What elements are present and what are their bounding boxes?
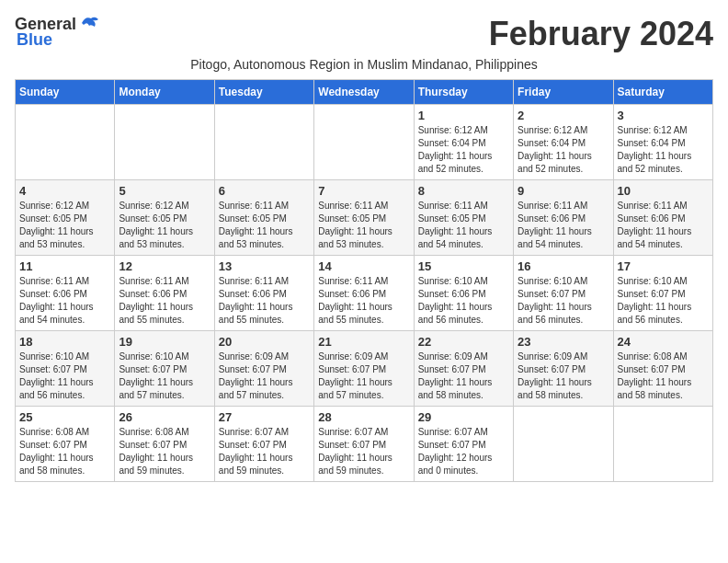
day-number: 8 [418, 184, 509, 198]
day-header-tuesday: Tuesday [214, 80, 313, 105]
calendar-cell: 3Sunrise: 6:12 AM Sunset: 6:04 PM Daylig… [613, 105, 712, 180]
week-row-2: 4Sunrise: 6:12 AM Sunset: 6:05 PM Daylig… [16, 180, 713, 256]
cell-sun-info: Sunrise: 6:09 AM Sunset: 6:07 PM Dayligh… [518, 350, 609, 402]
calendar-cell: 1Sunrise: 6:12 AM Sunset: 6:04 PM Daylig… [414, 105, 513, 180]
day-header-sunday: Sunday [16, 80, 115, 105]
cell-sun-info: Sunrise: 6:11 AM Sunset: 6:06 PM Dayligh… [518, 200, 609, 251]
day-number: 20 [219, 335, 310, 349]
day-header-friday: Friday [514, 80, 613, 105]
week-row-5: 25Sunrise: 6:08 AM Sunset: 6:07 PM Dayli… [16, 407, 713, 482]
day-header-wednesday: Wednesday [314, 80, 414, 105]
day-number: 1 [418, 109, 509, 122]
cell-sun-info: Sunrise: 6:11 AM Sunset: 6:06 PM Dayligh… [19, 275, 110, 327]
day-number: 4 [19, 184, 110, 198]
calendar-cell: 14Sunrise: 6:11 AM Sunset: 6:06 PM Dayli… [314, 256, 414, 331]
logo: General Blue [15, 15, 100, 50]
cell-sun-info: Sunrise: 6:09 AM Sunset: 6:07 PM Dayligh… [219, 350, 310, 402]
day-number: 17 [618, 259, 709, 273]
calendar-cell: 27Sunrise: 6:07 AM Sunset: 6:07 PM Dayli… [214, 407, 313, 482]
calendar-cell: 22Sunrise: 6:09 AM Sunset: 6:07 PM Dayli… [414, 331, 513, 407]
day-number: 15 [418, 259, 509, 273]
cell-sun-info: Sunrise: 6:11 AM Sunset: 6:06 PM Dayligh… [219, 275, 310, 327]
day-number: 9 [518, 184, 609, 198]
cell-sun-info: Sunrise: 6:11 AM Sunset: 6:06 PM Dayligh… [318, 275, 409, 327]
calendar-table: SundayMondayTuesdayWednesdayThursdayFrid… [15, 79, 713, 482]
cell-sun-info: Sunrise: 6:12 AM Sunset: 6:04 PM Dayligh… [618, 124, 709, 176]
cell-sun-info: Sunrise: 6:07 AM Sunset: 6:07 PM Dayligh… [418, 426, 509, 477]
day-number: 16 [518, 259, 609, 273]
cell-sun-info: Sunrise: 6:10 AM Sunset: 6:06 PM Dayligh… [418, 275, 509, 327]
calendar-cell: 2Sunrise: 6:12 AM Sunset: 6:04 PM Daylig… [514, 105, 613, 180]
cell-sun-info: Sunrise: 6:10 AM Sunset: 6:07 PM Dayligh… [618, 275, 709, 327]
calendar-cell: 15Sunrise: 6:10 AM Sunset: 6:06 PM Dayli… [414, 256, 513, 331]
calendar-cell: 17Sunrise: 6:10 AM Sunset: 6:07 PM Dayli… [613, 256, 712, 331]
calendar-cell: 29Sunrise: 6:07 AM Sunset: 6:07 PM Dayli… [414, 407, 513, 482]
calendar-cell: 6Sunrise: 6:11 AM Sunset: 6:05 PM Daylig… [214, 180, 313, 256]
day-number: 19 [119, 335, 210, 349]
calendar-cell: 18Sunrise: 6:10 AM Sunset: 6:07 PM Dayli… [16, 331, 115, 407]
day-number: 12 [119, 259, 210, 273]
day-number: 23 [518, 335, 609, 349]
day-number: 18 [19, 335, 110, 349]
day-number: 2 [518, 109, 609, 122]
day-number: 5 [119, 184, 210, 198]
calendar-cell: 11Sunrise: 6:11 AM Sunset: 6:06 PM Dayli… [16, 256, 115, 331]
cell-sun-info: Sunrise: 6:11 AM Sunset: 6:06 PM Dayligh… [618, 200, 709, 251]
cell-sun-info: Sunrise: 6:11 AM Sunset: 6:05 PM Dayligh… [318, 200, 409, 251]
cell-sun-info: Sunrise: 6:08 AM Sunset: 6:07 PM Dayligh… [19, 426, 110, 477]
calendar-cell: 23Sunrise: 6:09 AM Sunset: 6:07 PM Dayli… [514, 331, 613, 407]
calendar-cell: 7Sunrise: 6:11 AM Sunset: 6:05 PM Daylig… [314, 180, 414, 256]
cell-sun-info: Sunrise: 6:08 AM Sunset: 6:07 PM Dayligh… [119, 426, 210, 477]
cell-sun-info: Sunrise: 6:10 AM Sunset: 6:07 PM Dayligh… [518, 275, 609, 327]
month-title: February 2024 [489, 15, 713, 53]
cell-sun-info: Sunrise: 6:10 AM Sunset: 6:07 PM Dayligh… [119, 350, 210, 402]
cell-sun-info: Sunrise: 6:11 AM Sunset: 6:05 PM Dayligh… [219, 200, 310, 251]
calendar-cell [514, 407, 613, 482]
day-number: 10 [618, 184, 709, 198]
calendar-cell: 24Sunrise: 6:08 AM Sunset: 6:07 PM Dayli… [613, 331, 712, 407]
day-header-thursday: Thursday [414, 80, 513, 105]
calendar-cell: 10Sunrise: 6:11 AM Sunset: 6:06 PM Dayli… [613, 180, 712, 256]
day-header-monday: Monday [115, 80, 214, 105]
day-number: 11 [19, 259, 110, 273]
calendar-cell: 9Sunrise: 6:11 AM Sunset: 6:06 PM Daylig… [514, 180, 613, 256]
calendar-cell [613, 407, 712, 482]
calendar-cell [115, 105, 214, 180]
cell-sun-info: Sunrise: 6:08 AM Sunset: 6:07 PM Dayligh… [618, 350, 709, 402]
cell-sun-info: Sunrise: 6:10 AM Sunset: 6:07 PM Dayligh… [19, 350, 110, 402]
day-number: 3 [618, 109, 709, 122]
calendar-cell [214, 105, 313, 180]
day-number: 29 [418, 410, 509, 424]
day-number: 7 [318, 184, 409, 198]
calendar-cell: 8Sunrise: 6:11 AM Sunset: 6:05 PM Daylig… [414, 180, 513, 256]
day-number: 13 [219, 259, 310, 273]
days-header-row: SundayMondayTuesdayWednesdayThursdayFrid… [16, 80, 713, 105]
day-number: 26 [119, 410, 210, 424]
cell-sun-info: Sunrise: 6:12 AM Sunset: 6:05 PM Dayligh… [119, 200, 210, 251]
cell-sun-info: Sunrise: 6:11 AM Sunset: 6:05 PM Dayligh… [418, 200, 509, 251]
cell-sun-info: Sunrise: 6:12 AM Sunset: 6:05 PM Dayligh… [19, 200, 110, 251]
cell-sun-info: Sunrise: 6:11 AM Sunset: 6:06 PM Dayligh… [119, 275, 210, 327]
calendar-cell [314, 105, 414, 180]
day-number: 28 [318, 410, 409, 424]
calendar-cell: 28Sunrise: 6:07 AM Sunset: 6:07 PM Dayli… [314, 407, 414, 482]
calendar-cell: 13Sunrise: 6:11 AM Sunset: 6:06 PM Dayli… [214, 256, 313, 331]
day-number: 22 [418, 335, 509, 349]
day-number: 14 [318, 259, 409, 273]
logo-bird-icon [80, 14, 100, 30]
day-number: 25 [19, 410, 110, 424]
calendar-cell: 26Sunrise: 6:08 AM Sunset: 6:07 PM Dayli… [115, 407, 214, 482]
cell-sun-info: Sunrise: 6:12 AM Sunset: 6:04 PM Dayligh… [418, 124, 509, 176]
calendar-cell: 12Sunrise: 6:11 AM Sunset: 6:06 PM Dayli… [115, 256, 214, 331]
day-number: 24 [618, 335, 709, 349]
week-row-4: 18Sunrise: 6:10 AM Sunset: 6:07 PM Dayli… [16, 331, 713, 407]
cell-sun-info: Sunrise: 6:07 AM Sunset: 6:07 PM Dayligh… [219, 426, 310, 477]
day-number: 21 [318, 335, 409, 349]
calendar-cell: 19Sunrise: 6:10 AM Sunset: 6:07 PM Dayli… [115, 331, 214, 407]
calendar-cell: 20Sunrise: 6:09 AM Sunset: 6:07 PM Dayli… [214, 331, 313, 407]
week-row-3: 11Sunrise: 6:11 AM Sunset: 6:06 PM Dayli… [16, 256, 713, 331]
cell-sun-info: Sunrise: 6:07 AM Sunset: 6:07 PM Dayligh… [318, 426, 409, 477]
calendar-cell [16, 105, 115, 180]
calendar-cell: 4Sunrise: 6:12 AM Sunset: 6:05 PM Daylig… [16, 180, 115, 256]
logo-blue-text: Blue [17, 30, 52, 50]
